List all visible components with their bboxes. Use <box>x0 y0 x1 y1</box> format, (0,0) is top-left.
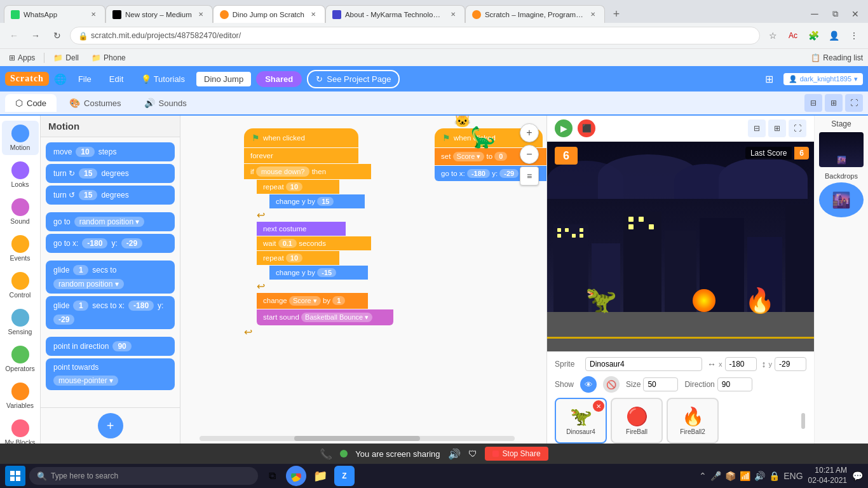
small-stage-view-btn[interactable]: ⊟ <box>748 119 766 137</box>
back-button[interactable]: ← <box>5 27 23 44</box>
show-visible-button[interactable]: 👁 <box>580 376 597 393</box>
sprite-x-input[interactable] <box>725 357 757 371</box>
script-group-main[interactable]: ⚑ when clicked forever if mouse down? th… <box>244 128 393 338</box>
small-stage-button[interactable]: ⊟ <box>804 94 822 112</box>
block-if[interactable]: if mouse down? then <box>244 164 371 179</box>
block-goto-xy[interactable]: go to x: -180 y: -29 <box>46 234 175 253</box>
stage-mini-preview[interactable]: 🌆 <box>819 132 864 167</box>
block-point-direction[interactable]: point in direction 90 <box>46 337 175 356</box>
task-view-button[interactable]: ⧉ <box>262 466 282 486</box>
mic-sys-icon[interactable]: 🎤 <box>710 471 721 481</box>
big-stage-button[interactable]: ⊞ <box>825 94 843 112</box>
fullscreen-stage-btn[interactable]: ⛶ <box>789 119 806 137</box>
sprite-name-input[interactable] <box>585 357 702 371</box>
bookmark-dell[interactable]: 📁 Dell <box>50 52 83 64</box>
tab-close-mykarma[interactable]: ✕ <box>448 10 458 20</box>
tab-sounds[interactable]: 🔊 Sounds <box>134 94 197 112</box>
language-button[interactable]: 🌐 <box>54 73 67 85</box>
block-glide-xy[interactable]: glide 1 secs to x: -180 y: -29 <box>46 296 175 329</box>
sprite-scroll[interactable] <box>800 398 806 444</box>
stop-share-button[interactable]: Stop Share <box>485 447 548 461</box>
block-point-towards[interactable]: point towards mouse-pointer ▾ <box>46 358 175 390</box>
menu-button[interactable]: ⋮ <box>845 27 863 44</box>
block-wait[interactable]: wait 0.1 seconds <box>257 236 371 250</box>
notifications-icon[interactable]: ⌃ <box>699 471 707 481</box>
edit-menu[interactable]: Edit <box>103 72 130 86</box>
tab-code[interactable]: ⬡ Code <box>5 94 57 112</box>
block-move[interactable]: move 10 steps <box>46 142 175 161</box>
block-repeat-2[interactable]: repeat 10 <box>257 251 339 265</box>
start-button[interactable] <box>5 466 25 486</box>
sprite-delete-dinosaur[interactable]: ✕ <box>593 400 604 412</box>
user-profile-button[interactable]: 👤 <box>825 27 843 44</box>
add-extension-button[interactable]: + <box>98 413 123 438</box>
sidebar-item-sound[interactable]: Sound <box>2 194 39 229</box>
sidebar-item-control[interactable]: Control <box>2 268 39 302</box>
file-menu[interactable]: File <box>72 72 98 86</box>
sidebar-item-sensing[interactable]: Sensing <box>2 305 39 339</box>
sidebar-item-events[interactable]: Events <box>2 231 39 266</box>
sidebar-item-myblocks[interactable]: My Blocks <box>2 416 39 444</box>
fullscreen-button[interactable]: ⛶ <box>845 94 863 112</box>
tab-scratch-main[interactable]: Scratch – Imagine, Program, S… ✕ <box>465 5 605 23</box>
large-stage-view-btn[interactable]: ⊞ <box>768 119 786 137</box>
sidebar-item-looks[interactable]: Looks <box>2 158 39 192</box>
sprite-thumb-fireball[interactable]: 🔴 FireBall <box>611 398 663 444</box>
tab-scratch-dino[interactable]: Dino Jump on Scratch ✕ <box>213 5 325 23</box>
reload-button[interactable]: ↻ <box>48 27 66 44</box>
sprite-thumb-fireball2[interactable]: 🔥 FireBall2 <box>667 398 719 444</box>
volume-icon[interactable]: 🔊 <box>754 471 765 481</box>
tab-medium[interactable]: New story – Medium ✕ <box>105 5 213 23</box>
block-goto-random[interactable]: go to random position ▾ <box>46 212 175 231</box>
sprite-y-input[interactable] <box>775 357 806 371</box>
show-hidden-button[interactable]: 🚫 <box>603 376 620 393</box>
sidebar-item-operators[interactable]: Operators <box>2 342 39 376</box>
direction-input[interactable] <box>717 377 752 391</box>
block-change-y-up[interactable]: change y by 15 <box>269 194 365 208</box>
zoom-fit-button[interactable]: ≡ <box>520 166 539 186</box>
script-horizontal-scrollbar[interactable] <box>200 436 515 441</box>
see-project-button[interactable]: ↻ See Project Page <box>307 70 400 88</box>
extensions-button[interactable]: 🧩 <box>804 27 822 44</box>
sprite-thumb-dinosaur[interactable]: ✕ 🦖 Dinosaur4 <box>555 398 607 444</box>
zoom-taskbar-icon[interactable]: Z <box>334 466 355 486</box>
bookmark-apps[interactable]: ⊞ Apps <box>5 52 39 64</box>
green-flag-button[interactable]: ▶ <box>555 119 573 137</box>
block-start-sound[interactable]: start sound Basketball Bounce ▾ <box>257 309 393 325</box>
dropbox-icon[interactable]: 📦 <box>725 471 736 481</box>
reading-list-btn[interactable]: 📋 Reading list <box>811 53 863 62</box>
shared-button[interactable]: Shared <box>256 71 302 87</box>
tab-close-medium[interactable]: ✕ <box>196 10 206 20</box>
block-when-flag-1[interactable]: ⚑ when clicked <box>244 128 358 147</box>
size-input[interactable] <box>643 377 678 391</box>
vpn-icon[interactable]: 🔒 <box>769 471 780 481</box>
tutorials-menu[interactable]: 💡 Tutorials <box>135 72 191 86</box>
acrobat-icon[interactable]: Ac <box>784 27 802 44</box>
sidebar-item-motion[interactable]: Motion <box>2 121 39 155</box>
address-bar[interactable]: 🔒 scratch.mit.edu/projects/487582470/edi… <box>70 27 760 44</box>
block-change-score[interactable]: change Score ▾ by 1 <box>257 293 368 309</box>
minimize-button[interactable]: ─ <box>806 5 824 23</box>
script-scrollbar-thumb[interactable] <box>294 436 420 441</box>
wifi-icon[interactable]: 📶 <box>740 471 750 481</box>
forward-button[interactable]: → <box>27 27 44 44</box>
block-glide-random[interactable]: glide 1 secs to random position ▾ <box>46 261 175 294</box>
user-menu[interactable]: 👤 dark_knight1895 ▾ <box>783 73 863 85</box>
taskbar-search[interactable]: 🔍 Type here to search <box>29 467 258 485</box>
layout-button[interactable]: ⊞ <box>761 70 778 88</box>
block-turn-cw[interactable]: turn ↻ 15 degrees <box>46 164 175 183</box>
tab-costumes[interactable]: 🎨 Costumes <box>59 94 132 112</box>
sidebar-item-variables[interactable]: Variables <box>2 379 39 413</box>
close-button[interactable]: ✕ <box>846 5 864 23</box>
block-change-y-down[interactable]: change y by -15 <box>269 266 368 280</box>
chrome-taskbar-icon[interactable] <box>286 466 306 486</box>
project-name[interactable]: Dino Jump <box>196 72 251 86</box>
stop-button[interactable]: ⬛ <box>578 119 595 137</box>
new-tab-button[interactable]: + <box>607 5 625 23</box>
block-forever[interactable]: forever <box>244 148 358 163</box>
file-explorer-taskbar-icon[interactable]: 📁 <box>310 466 330 486</box>
tab-close-whatsapp[interactable]: ✕ <box>88 10 98 20</box>
star-button[interactable]: ☆ <box>764 27 782 44</box>
tab-close-scratch-dino[interactable]: ✕ <box>308 10 318 20</box>
zoom-in-button[interactable]: + <box>520 123 539 142</box>
